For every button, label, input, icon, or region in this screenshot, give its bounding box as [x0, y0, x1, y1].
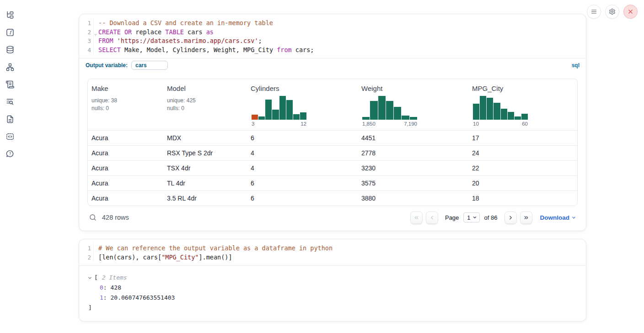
histogram-bar[interactable] [487, 98, 493, 120]
code-line[interactable]: 2CREATE OR replace TABLE cars as [79, 28, 586, 37]
table-cell: 4 [247, 149, 358, 157]
python-code-editor[interactable]: 1# We can reference the output variable … [79, 239, 586, 265]
table-cell: 4 [247, 164, 358, 172]
gear-button[interactable] [605, 5, 619, 19]
close-icon [627, 8, 634, 15]
table-row[interactable]: AcuraTSX 4dr4323022 [88, 160, 577, 175]
sidebar-help-icon[interactable]: ? [5, 149, 15, 159]
tree-items-count: 2 Items [102, 273, 127, 283]
hamburger-menu-button[interactable] [587, 5, 601, 19]
column-title: Weight [361, 85, 465, 92]
sidebar-dependency-graph-icon[interactable] [5, 62, 15, 72]
table-cell: Acura [88, 134, 163, 142]
table-cell: 2778 [358, 149, 468, 157]
histogram-axis-labels: 1060 [473, 121, 528, 127]
page-select[interactable]: 1 [463, 212, 479, 222]
sidebar-file-tree-icon[interactable] [5, 10, 15, 20]
histogram-bar[interactable] [402, 116, 409, 120]
python-output-tree: [ 2 Items 0: 4281: 20.060747663551403 ] [79, 265, 586, 321]
sidebar-snippets-icon[interactable] [5, 132, 15, 142]
code-line[interactable]: 2[len(cars), cars["MPG_City"].mean()] [79, 253, 586, 262]
column-header-cylinders[interactable]: Cylinders312 [247, 85, 358, 130]
sql-language-badge: sql [572, 62, 580, 69]
table-row[interactable]: AcuraMDX6445117 [88, 130, 577, 145]
histogram-bar[interactable] [508, 112, 514, 120]
table-cell: 4451 [358, 134, 468, 142]
histogram-bar[interactable] [279, 96, 286, 120]
column-histogram: 312 [252, 96, 306, 127]
last-page-button[interactable] [520, 211, 532, 224]
histogram-bar[interactable] [265, 100, 272, 120]
sidebar-logs-icon[interactable] [5, 97, 15, 107]
sidebar-documentation-icon[interactable] [5, 79, 15, 90]
close-button[interactable] [623, 5, 638, 19]
histogram-bar[interactable] [300, 112, 306, 120]
tree-entry-key: 0 [100, 284, 103, 291]
notebook-main-column: 1-- Download a CSV and create an in-memo… [79, 0, 586, 322]
sql-cell: 1-- Download a CSV and create an in-memo… [79, 14, 586, 231]
column-header-make[interactable]: Makeunique: 38nulls: 0 [88, 85, 163, 130]
histogram-bar[interactable] [272, 110, 279, 120]
table-cell: TL 4dr [163, 180, 247, 187]
next-page-button[interactable] [504, 211, 517, 224]
code-line[interactable]: 4SELECT Make, Model, Cylinders, Weight, … [79, 46, 586, 55]
histogram-bar[interactable] [293, 114, 300, 120]
sidebar-scratchpad-icon[interactable]: f [5, 27, 15, 37]
histogram-bar[interactable] [252, 115, 258, 120]
histogram-bar[interactable] [370, 101, 377, 120]
sidebar-datasources-icon[interactable] [5, 45, 15, 55]
download-button[interactable]: Download [540, 214, 577, 221]
tree-collapse-caret[interactable] [87, 275, 92, 280]
code-text: FROM 'https://datasets.marimo.app/cars.c… [94, 37, 262, 46]
code-line[interactable]: 3FROM 'https://datasets.marimo.app/cars.… [79, 37, 586, 46]
column-title: Make [91, 85, 160, 92]
output-variable-input[interactable] [131, 61, 168, 70]
previous-page-button[interactable] [426, 211, 438, 224]
table-cell: 20 [468, 180, 577, 187]
column-header-mpg_city[interactable]: MPG_City1060 [468, 85, 577, 130]
code-text: SELECT Make, Model, Cylinders, Weight, M… [94, 46, 314, 55]
table-cell: 6 [247, 195, 358, 202]
table-row[interactable]: AcuraTL 4dr6357520 [88, 175, 577, 190]
histogram-bar[interactable] [378, 96, 386, 120]
line-number: 2 [79, 253, 94, 262]
line-number: 4 [79, 46, 94, 55]
table-row[interactable]: AcuraRSX Type S 2dr4277824 [88, 145, 577, 160]
column-header-model[interactable]: Modelunique: 425nulls: 0 [163, 85, 247, 130]
search-icon[interactable] [89, 213, 97, 222]
tree-entry-value: 428 [110, 284, 121, 291]
table-cell: Acura [88, 180, 163, 187]
line-number: 3 [79, 37, 94, 46]
code-line[interactable]: 1-- Download a CSV and create an in-memo… [79, 19, 586, 28]
table-footer: 428 rows Page 1 of 86 [87, 210, 578, 225]
sidebar-outline-icon[interactable] [5, 114, 15, 124]
page-total-label: of 86 [484, 214, 498, 221]
histogram-bar[interactable] [286, 100, 293, 120]
table-cell: 18 [468, 195, 577, 202]
tree-entry: 1: 20.060747663551403 [87, 293, 578, 303]
fold-chevron-icon[interactable] [94, 30, 97, 39]
code-text: CREATE OR replace TABLE cars as [94, 28, 214, 37]
histogram-bar[interactable] [362, 117, 370, 120]
histogram-bar[interactable] [386, 101, 393, 120]
histogram-bar[interactable] [394, 107, 401, 120]
histogram-bar[interactable] [410, 117, 417, 120]
table-cell: Acura [88, 164, 163, 172]
histogram-bar[interactable] [480, 96, 486, 120]
column-stats: unique: 38nulls: 0 [91, 97, 160, 112]
histogram-bar[interactable] [473, 104, 479, 120]
histogram-bar[interactable] [494, 103, 500, 120]
sql-code-editor[interactable]: 1-- Download a CSV and create an in-memo… [79, 14, 586, 58]
histogram-bar[interactable] [515, 116, 521, 120]
svg-text:f: f [9, 30, 12, 36]
histogram-bar[interactable] [501, 109, 507, 120]
column-header-weight[interactable]: Weight1,8507,190 [358, 85, 468, 130]
histogram-bar[interactable] [258, 116, 265, 120]
code-text: -- Download a CSV and create an in-memor… [94, 19, 273, 28]
table-cell: 3880 [358, 195, 468, 202]
table-row[interactable]: Acura3.5 RL 4dr6388018 [88, 190, 577, 206]
first-page-button[interactable] [410, 211, 423, 224]
code-text: [len(cars), cars["MPG_City"].mean()] [94, 253, 232, 262]
code-line[interactable]: 1# We can reference the output variable … [79, 244, 586, 253]
histogram-bar[interactable] [521, 114, 528, 120]
